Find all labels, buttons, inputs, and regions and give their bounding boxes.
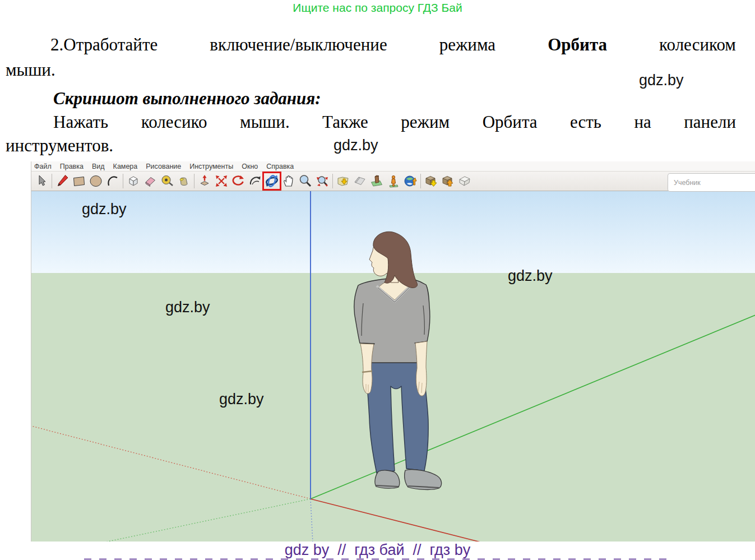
select-arrow-icon [34,174,49,188]
section-heading: Скриншот выполненного задания: [53,89,321,109]
watermark-text: gdz.by [219,391,264,408]
add-location-tool-button[interactable] [335,173,351,189]
rectangle-tool-button[interactable] [71,173,87,189]
select-tool-button[interactable] [33,173,50,189]
right-forearm-hand [415,341,427,396]
get-models-tool-button[interactable] [423,173,439,189]
paint-bucket-icon [177,174,191,188]
page: Ищите нас по запросу ГДЗ Бай 2.Отработай… [0,0,755,560]
move-tool-button[interactable] [196,173,213,189]
eraser-tool-button[interactable] [142,173,159,189]
paragraph-word: Нажать [53,112,108,132]
eraser-icon [143,174,158,188]
toolbar [31,172,755,191]
paragraph-2-line-2: инструментов. [6,136,113,156]
circle-tool-button[interactable] [87,173,104,189]
site-header-text: Ищите нас по запросу ГДЗ Бай [0,1,755,15]
paragraph-word: мыши. [240,112,290,132]
tape-measure-tool-button[interactable] [159,173,175,189]
menu-tools[interactable]: Инструменты [189,163,233,170]
orbit-tool-button[interactable] [263,173,280,189]
move-arrow-icon [197,174,212,188]
footer-watermark: gdz by // гдз бай // гдз by [0,542,755,559]
pencil-icon [55,174,70,188]
toolbar-separator [52,174,52,188]
menu-draw[interactable]: Рисование [146,163,181,170]
menu-window[interactable]: Окно [242,163,258,170]
toggle-terrain-tool-button[interactable] [351,173,368,189]
component-tool-button[interactable] [456,173,473,189]
orbit-icon [265,174,279,188]
menu-camera[interactable]: Камера [113,163,138,170]
paragraph-word: 2.Отработайте [50,35,158,55]
paragraph-word: Орбита [483,112,538,132]
scene [31,191,755,543]
paragraph-word: панели [684,112,736,132]
paragraph-word: включение/выключение [210,35,387,55]
circle-icon [89,174,103,188]
toolbar-separator [420,174,421,188]
paragraph-word: колесико [141,112,207,132]
box-down-arrow-icon [424,174,438,188]
watermark-text: gdz.by [508,267,553,285]
box-up-arrow-icon [441,174,455,188]
white-box-icon [457,174,472,188]
toolbar-textbox[interactable]: Учебник [668,173,755,192]
menu-edit[interactable]: Правка [60,163,84,170]
paragraph-word: режим [401,112,450,132]
paragraph-2-line-1: Нажать колесико мыши. Также режим Орбита… [53,112,736,132]
share-model-tool-button[interactable] [439,173,456,189]
viewport-3d[interactable] [31,191,755,543]
zoom-extents-tool-button[interactable] [314,173,331,189]
four-arrows-icon [214,174,229,188]
watermark-text: gdz.by [639,72,684,89]
watermark-text: gdz.by [165,299,210,316]
sketchup-window: Файл Правка Вид Камера Рисование Инструм… [31,161,755,543]
rotate-tool-button[interactable] [230,173,247,189]
push-pull-box-icon [126,174,141,188]
google-earth-tool-button[interactable] [402,173,419,189]
menu-view[interactable]: Вид [92,163,105,170]
menu-file[interactable]: Файл [34,163,52,170]
toolbar-separator [123,174,123,188]
paragraph-word: колесиком [659,35,736,55]
toolbar-separator [194,174,194,188]
paragraph-word: режима [439,35,495,55]
menu-help[interactable]: Справка [266,163,294,170]
watermark-text: gdz.by [82,201,127,218]
terrain-sheet-icon [353,174,367,188]
tape-measure-icon [160,174,174,188]
pan-tool-button[interactable] [280,173,297,189]
magnifier-icon [298,174,313,188]
arc-icon [105,174,120,188]
paragraph-word: есть [570,112,601,132]
paragraph-1-line-1: 2.Отработайте включение/выключение режим… [50,35,736,55]
globe-icon [403,174,418,188]
map-down-arrow-icon [336,174,350,188]
rotate-icon [231,174,246,188]
arc-tool-button[interactable] [104,173,121,189]
paint-bucket-tool-button[interactable] [175,173,192,189]
paragraph-word-bold: Орбита [548,35,607,55]
scale-tool-button[interactable] [213,173,230,189]
orange-person-icon [386,174,401,188]
paragraph-1-line-2: мыши. [6,60,55,80]
line-tool-button[interactable] [54,173,71,189]
building-on-map-icon [369,174,384,188]
zoom-tool-button[interactable] [297,173,314,189]
follow-me-icon [248,174,262,188]
paragraph-word: Также [322,112,368,132]
hand-icon [281,174,296,188]
rectangle-icon [72,174,86,188]
menu-bar: Файл Правка Вид Камера Рисование Инструм… [31,161,755,172]
place-model-tool-button[interactable] [368,173,385,189]
photo-textures-tool-button[interactable] [385,173,402,189]
paragraph-word: на [634,112,651,132]
follow-me-tool-button[interactable] [247,173,263,189]
magnifier-arrows-icon [315,174,330,188]
toolbar-separator [332,174,333,188]
watermark-text: gdz.by [334,137,378,154]
push-pull-tool-button[interactable] [125,173,142,189]
